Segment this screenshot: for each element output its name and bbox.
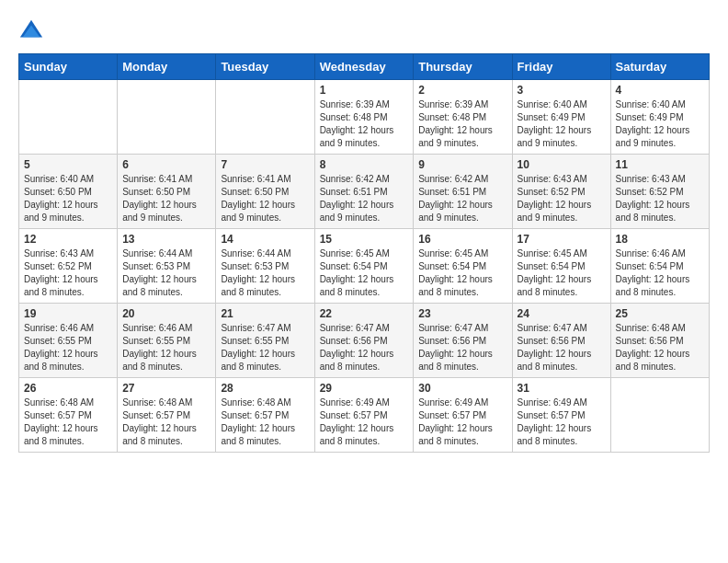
- calendar-cell: 9Sunrise: 6:42 AM Sunset: 6:51 PM Daylig…: [414, 155, 512, 229]
- calendar-cell: 16Sunrise: 6:45 AM Sunset: 6:54 PM Dayli…: [414, 229, 512, 304]
- day-info: Sunrise: 6:49 AM Sunset: 6:57 PM Dayligh…: [518, 396, 606, 448]
- calendar-cell: 2Sunrise: 6:39 AM Sunset: 6:48 PM Daylig…: [414, 80, 512, 155]
- day-number: 27: [122, 382, 210, 395]
- calendar-cell: 6Sunrise: 6:41 AM Sunset: 6:50 PM Daylig…: [118, 155, 216, 229]
- day-number: 2: [418, 84, 506, 97]
- calendar-cell: 11Sunrise: 6:43 AM Sunset: 6:52 PM Dayli…: [610, 155, 709, 229]
- logo-icon: [18, 18, 44, 44]
- day-number: 31: [518, 382, 606, 395]
- day-info: Sunrise: 6:45 AM Sunset: 6:54 PM Dayligh…: [320, 247, 409, 299]
- page-header: [18, 18, 710, 44]
- day-info: Sunrise: 6:47 AM Sunset: 6:56 PM Dayligh…: [418, 322, 506, 373]
- day-info: Sunrise: 6:48 AM Sunset: 6:57 PM Dayligh…: [24, 396, 112, 448]
- calendar-cell: [216, 80, 314, 155]
- day-info: Sunrise: 6:44 AM Sunset: 6:53 PM Dayligh…: [122, 247, 210, 299]
- day-info: Sunrise: 6:43 AM Sunset: 6:52 PM Dayligh…: [616, 173, 704, 224]
- weekday-header: Wednesday: [314, 54, 414, 80]
- day-info: Sunrise: 6:46 AM Sunset: 6:55 PM Dayligh…: [24, 322, 112, 373]
- calendar-cell: 27Sunrise: 6:48 AM Sunset: 6:57 PM Dayli…: [118, 378, 216, 453]
- day-number: 8: [320, 158, 409, 171]
- day-info: Sunrise: 6:41 AM Sunset: 6:50 PM Dayligh…: [122, 173, 210, 224]
- day-number: 21: [221, 307, 309, 320]
- calendar-cell: 18Sunrise: 6:46 AM Sunset: 6:54 PM Dayli…: [610, 229, 709, 304]
- day-number: 18: [616, 233, 704, 246]
- weekday-header: Monday: [118, 54, 216, 80]
- weekday-header: Sunday: [19, 54, 118, 80]
- day-info: Sunrise: 6:47 AM Sunset: 6:56 PM Dayligh…: [518, 322, 606, 373]
- day-info: Sunrise: 6:44 AM Sunset: 6:53 PM Dayligh…: [221, 247, 309, 299]
- weekday-header: Thursday: [414, 54, 512, 80]
- calendar-cell: 10Sunrise: 6:43 AM Sunset: 6:52 PM Dayli…: [512, 155, 610, 229]
- day-number: 26: [24, 382, 112, 395]
- calendar-cell: 22Sunrise: 6:47 AM Sunset: 6:56 PM Dayli…: [314, 304, 414, 378]
- calendar-cell: [610, 378, 709, 453]
- calendar-cell: 13Sunrise: 6:44 AM Sunset: 6:53 PM Dayli…: [118, 229, 216, 304]
- calendar-cell: 12Sunrise: 6:43 AM Sunset: 6:52 PM Dayli…: [19, 229, 118, 304]
- day-number: 19: [24, 307, 112, 320]
- calendar-cell: 26Sunrise: 6:48 AM Sunset: 6:57 PM Dayli…: [19, 378, 118, 453]
- day-number: 16: [418, 233, 506, 246]
- day-number: 7: [221, 158, 309, 171]
- day-number: 4: [616, 84, 704, 97]
- day-info: Sunrise: 6:39 AM Sunset: 6:48 PM Dayligh…: [320, 98, 409, 150]
- logo: [18, 18, 48, 44]
- day-number: 28: [221, 382, 309, 395]
- calendar-header-row: SundayMondayTuesdayWednesdayThursdayFrid…: [19, 54, 710, 80]
- day-info: Sunrise: 6:47 AM Sunset: 6:56 PM Dayligh…: [320, 322, 409, 373]
- calendar-cell: 7Sunrise: 6:41 AM Sunset: 6:50 PM Daylig…: [216, 155, 314, 229]
- day-info: Sunrise: 6:40 AM Sunset: 6:50 PM Dayligh…: [24, 173, 112, 224]
- day-number: 5: [24, 158, 112, 171]
- day-number: 14: [221, 233, 309, 246]
- calendar-cell: 29Sunrise: 6:49 AM Sunset: 6:57 PM Dayli…: [314, 378, 414, 453]
- calendar-cell: 5Sunrise: 6:40 AM Sunset: 6:50 PM Daylig…: [19, 155, 118, 229]
- day-number: 25: [616, 307, 704, 320]
- day-number: 6: [122, 158, 210, 171]
- day-number: 23: [418, 307, 506, 320]
- calendar-cell: [118, 80, 216, 155]
- day-number: 13: [122, 233, 210, 246]
- calendar-week-row: 5Sunrise: 6:40 AM Sunset: 6:50 PM Daylig…: [19, 155, 710, 229]
- calendar-cell: 23Sunrise: 6:47 AM Sunset: 6:56 PM Dayli…: [414, 304, 512, 378]
- day-info: Sunrise: 6:39 AM Sunset: 6:48 PM Dayligh…: [418, 98, 506, 150]
- day-info: Sunrise: 6:40 AM Sunset: 6:49 PM Dayligh…: [616, 98, 704, 150]
- calendar-week-row: 1Sunrise: 6:39 AM Sunset: 6:48 PM Daylig…: [19, 80, 710, 155]
- day-info: Sunrise: 6:45 AM Sunset: 6:54 PM Dayligh…: [418, 247, 506, 299]
- calendar-cell: 15Sunrise: 6:45 AM Sunset: 6:54 PM Dayli…: [314, 229, 414, 304]
- calendar-cell: 21Sunrise: 6:47 AM Sunset: 6:55 PM Dayli…: [216, 304, 314, 378]
- day-number: 9: [418, 158, 506, 171]
- day-info: Sunrise: 6:40 AM Sunset: 6:49 PM Dayligh…: [518, 98, 606, 150]
- day-info: Sunrise: 6:42 AM Sunset: 6:51 PM Dayligh…: [320, 173, 409, 224]
- day-number: 3: [518, 84, 606, 97]
- day-number: 17: [518, 233, 606, 246]
- day-number: 1: [320, 84, 409, 97]
- calendar-week-row: 26Sunrise: 6:48 AM Sunset: 6:57 PM Dayli…: [19, 378, 710, 453]
- calendar-cell: 25Sunrise: 6:48 AM Sunset: 6:56 PM Dayli…: [610, 304, 709, 378]
- day-number: 30: [418, 382, 506, 395]
- day-info: Sunrise: 6:46 AM Sunset: 6:55 PM Dayligh…: [122, 322, 210, 373]
- day-info: Sunrise: 6:49 AM Sunset: 6:57 PM Dayligh…: [320, 396, 409, 448]
- day-number: 11: [616, 158, 704, 171]
- day-number: 20: [122, 307, 210, 320]
- calendar-cell: 1Sunrise: 6:39 AM Sunset: 6:48 PM Daylig…: [314, 80, 414, 155]
- day-number: 12: [24, 233, 112, 246]
- day-info: Sunrise: 6:47 AM Sunset: 6:55 PM Dayligh…: [221, 322, 309, 373]
- day-info: Sunrise: 6:48 AM Sunset: 6:57 PM Dayligh…: [221, 396, 309, 448]
- weekday-header: Saturday: [610, 54, 709, 80]
- calendar-cell: 17Sunrise: 6:45 AM Sunset: 6:54 PM Dayli…: [512, 229, 610, 304]
- calendar-week-row: 19Sunrise: 6:46 AM Sunset: 6:55 PM Dayli…: [19, 304, 710, 378]
- calendar-table: SundayMondayTuesdayWednesdayThursdayFrid…: [18, 53, 710, 453]
- calendar-week-row: 12Sunrise: 6:43 AM Sunset: 6:52 PM Dayli…: [19, 229, 710, 304]
- day-info: Sunrise: 6:41 AM Sunset: 6:50 PM Dayligh…: [221, 173, 309, 224]
- calendar-cell: 30Sunrise: 6:49 AM Sunset: 6:57 PM Dayli…: [414, 378, 512, 453]
- day-info: Sunrise: 6:46 AM Sunset: 6:54 PM Dayligh…: [616, 247, 704, 299]
- day-number: 29: [320, 382, 409, 395]
- day-info: Sunrise: 6:43 AM Sunset: 6:52 PM Dayligh…: [24, 247, 112, 299]
- calendar-cell: 20Sunrise: 6:46 AM Sunset: 6:55 PM Dayli…: [118, 304, 216, 378]
- calendar-cell: 8Sunrise: 6:42 AM Sunset: 6:51 PM Daylig…: [314, 155, 414, 229]
- calendar-cell: 19Sunrise: 6:46 AM Sunset: 6:55 PM Dayli…: [19, 304, 118, 378]
- day-info: Sunrise: 6:48 AM Sunset: 6:57 PM Dayligh…: [122, 396, 210, 448]
- day-info: Sunrise: 6:49 AM Sunset: 6:57 PM Dayligh…: [418, 396, 506, 448]
- calendar-cell: 31Sunrise: 6:49 AM Sunset: 6:57 PM Dayli…: [512, 378, 610, 453]
- calendar-cell: 24Sunrise: 6:47 AM Sunset: 6:56 PM Dayli…: [512, 304, 610, 378]
- day-info: Sunrise: 6:42 AM Sunset: 6:51 PM Dayligh…: [418, 173, 506, 224]
